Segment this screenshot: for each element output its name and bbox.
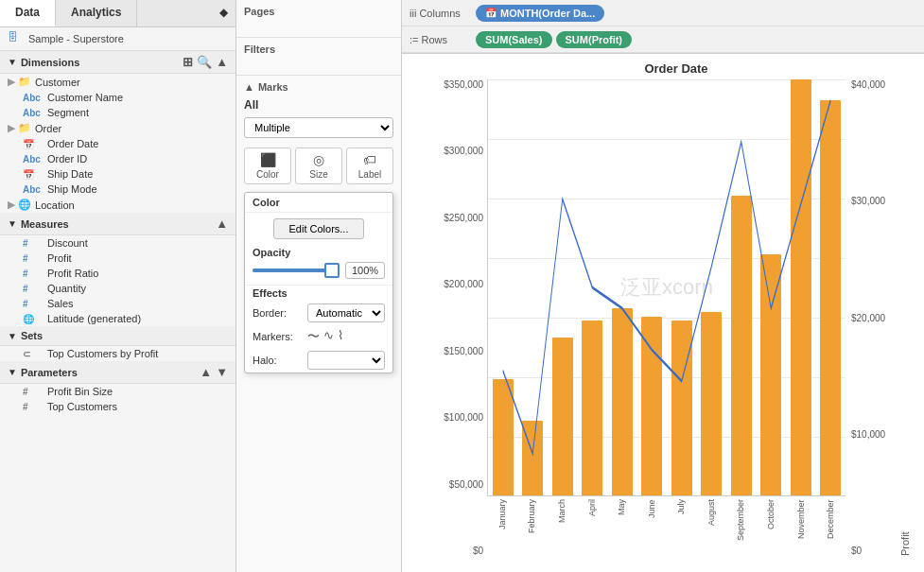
size-button[interactable]: ◎ Size: [295, 147, 342, 184]
bar[interactable]: [701, 312, 722, 495]
x-label-may: May: [617, 499, 626, 556]
folder-icon: ▶ 🌐: [8, 199, 31, 211]
label-button[interactable]: 🏷 Label: [346, 147, 393, 184]
bar[interactable]: [641, 317, 662, 495]
marker-dotted-icon[interactable]: ⌇: [338, 328, 343, 345]
tab-analytics[interactable]: Analytics: [56, 0, 137, 26]
left-panel: Data Analytics ◆ 🗄 Sample - Superstore ▼…: [0, 0, 236, 572]
y-left-label-5: $150,000: [444, 346, 483, 356]
columns-pill[interactable]: 📅 MONTH(Order Da...: [476, 5, 604, 22]
color-popup: Color Edit Colors... Opacity 100% Effect…: [244, 192, 393, 373]
columns-label: iii Columns: [410, 8, 476, 19]
folder-icon: ▶ 📁: [8, 122, 31, 134]
measures-scroll-icon[interactable]: ▲: [216, 217, 228, 231]
bar[interactable]: [612, 308, 633, 495]
halo-label: Halo:: [253, 355, 302, 366]
y-axis-right: $40,000 $30,000 $20,000 $10,000 $0: [846, 79, 898, 556]
customer-group-header[interactable]: ▶ 📁 Customer: [0, 74, 235, 90]
datasource-name[interactable]: Sample - Superstore: [28, 33, 124, 44]
sets-header: ▼ Sets: [0, 326, 235, 346]
effects-label: Effects: [245, 285, 392, 301]
x-label-mar: March: [557, 499, 567, 556]
y-right-label-4: $10,000: [851, 429, 885, 440]
marks-type-select[interactable]: Multiple Bar Line Area: [244, 117, 393, 138]
dimensions-grid-icon[interactable]: ⊞: [183, 55, 193, 69]
dim-customer-name[interactable]: Abc Customer Name: [0, 90, 235, 105]
x-axis: January February March April May June Ju…: [487, 496, 846, 556]
params-scroll-down[interactable]: ▼: [216, 365, 228, 379]
y-left-label-3: $250,000: [444, 213, 483, 223]
opacity-slider[interactable]: [253, 269, 340, 272]
x-label-dec: December: [826, 499, 835, 556]
halo-select[interactable]: [307, 351, 385, 370]
panel-tab-arrow[interactable]: ◆: [212, 0, 235, 26]
bar-jun: [637, 79, 668, 495]
bar[interactable]: [760, 254, 781, 495]
bar[interactable]: [552, 338, 573, 495]
param-profit-bin[interactable]: # Profit Bin Size: [0, 384, 235, 399]
color-button[interactable]: ⬛ Color: [244, 147, 291, 184]
label-icon: 🏷: [363, 152, 376, 167]
bar-sep: [726, 79, 757, 495]
y-right-label-1: $40,000: [851, 79, 885, 90]
marker-smooth-icon[interactable]: ∿: [323, 328, 334, 345]
x-label-apr: April: [587, 499, 597, 556]
params-scroll-up[interactable]: ▲: [200, 365, 212, 379]
opacity-thumb: [324, 263, 340, 278]
measure-quantity[interactable]: # Quantity: [0, 281, 235, 296]
rows-shelf: := Rows SUM(Sales) SUM(Profit): [402, 26, 924, 53]
measure-profit-ratio[interactable]: # Profit Ratio: [0, 266, 235, 281]
y-left-label-6: $100,000: [444, 412, 483, 423]
x-label-nov: November: [796, 499, 806, 556]
abc-icon: Abc: [23, 184, 42, 195]
edit-colors-button[interactable]: Edit Colors...: [273, 218, 365, 239]
order-group-header[interactable]: ▶ 📁 Order: [0, 120, 235, 136]
bar[interactable]: [522, 421, 543, 495]
measure-latitude[interactable]: 🌐 Latitude (generated): [0, 311, 235, 326]
bar-aug: [697, 79, 727, 495]
border-select[interactable]: Automatic None: [307, 303, 385, 322]
hash-icon: #: [23, 402, 42, 412]
measure-sales[interactable]: # Sales: [0, 296, 235, 311]
x-label-jan: January: [497, 499, 507, 556]
marker-line-icon[interactable]: 〜: [307, 328, 320, 345]
marks-dropdown[interactable]: Multiple Bar Line Area: [244, 117, 393, 138]
dimensions-scroll-icon[interactable]: ▲: [216, 55, 228, 69]
datasource-row: 🗄 Sample - Superstore: [0, 27, 235, 51]
left-panel-scroll[interactable]: ▼ Dimensions ⊞ 🔍 ▲ ▶ 📁 Customer A: [0, 51, 235, 572]
bar[interactable]: [493, 379, 514, 495]
pages-section: Pages: [236, 0, 401, 38]
dimensions-search-icon[interactable]: 🔍: [197, 55, 212, 69]
rows-pill-1[interactable]: SUM(Sales): [476, 31, 552, 48]
bar[interactable]: [671, 321, 692, 495]
panel-tabs: Data Analytics ◆: [0, 0, 235, 27]
bar[interactable]: [820, 100, 841, 495]
filters-label: Filters: [244, 43, 393, 55]
set-top-customers[interactable]: ⊂ Top Customers by Profit: [0, 346, 235, 361]
bar[interactable]: [582, 321, 602, 495]
location-group-header[interactable]: ▶ 🌐 Location: [0, 197, 235, 213]
rows-pill-2[interactable]: SUM(Profit): [556, 31, 633, 48]
hash-icon: #: [23, 284, 42, 294]
measure-discount[interactable]: # Discount: [0, 235, 235, 251]
columns-shelf: iii Columns 📅 MONTH(Order Da...: [402, 0, 924, 26]
folder-icon: ▶ 📁: [8, 76, 31, 88]
measure-profit[interactable]: # Profit: [0, 251, 235, 266]
dim-ship-date[interactable]: 📅 Ship Date: [0, 166, 235, 182]
param-top-customers[interactable]: # Top Customers: [0, 399, 235, 414]
hash-icon: #: [23, 299, 42, 309]
dim-order-date[interactable]: 📅 Order Date: [0, 136, 235, 151]
dim-segment[interactable]: Abc Segment: [0, 105, 235, 120]
markers-row: Markers: 〜 ∿ ⌇: [245, 325, 392, 348]
bar[interactable]: [731, 196, 752, 495]
tab-data[interactable]: Data: [0, 0, 56, 26]
parameters-label: Parameters: [21, 367, 78, 378]
marks-buttons: ⬛ Color ◎ Size 🏷 Label: [244, 147, 393, 184]
dim-order-id[interactable]: Abc Order ID: [0, 151, 235, 166]
bar-dec: [816, 79, 846, 495]
bar[interactable]: [791, 79, 811, 495]
dim-ship-mode[interactable]: Abc Ship Mode: [0, 182, 235, 197]
size-icon: ◎: [313, 152, 324, 167]
calendar-icon: 📅: [23, 139, 42, 149]
dimensions-label: Dimensions: [21, 57, 79, 68]
